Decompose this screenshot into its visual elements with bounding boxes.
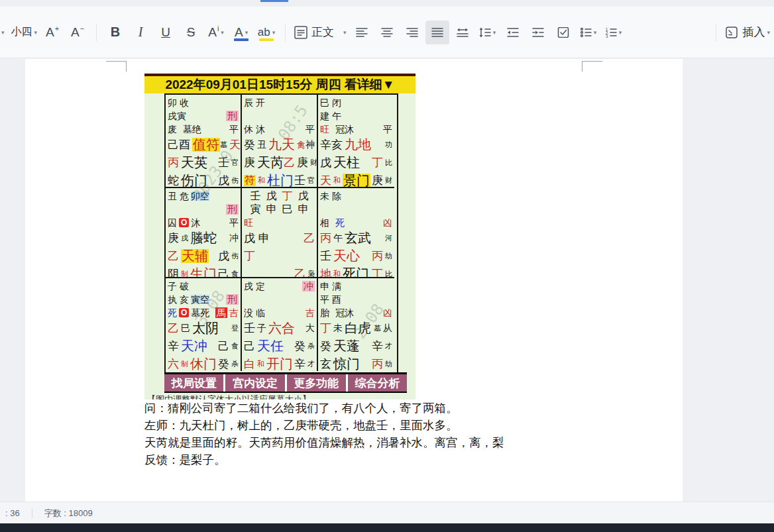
decrease-indent-icon xyxy=(507,27,519,38)
qimen-text: 庚 xyxy=(168,233,179,244)
qimen-text: 天芮 xyxy=(257,156,284,170)
qimen-text: 平 xyxy=(305,125,315,134)
qimen-text: 比 xyxy=(385,159,392,167)
document-page[interactable]: 2022年09月01日15时15分 周四 看详细▼ 卯 收戌寅刑废墓绝平己酉值符… xyxy=(25,59,683,502)
decrease-font-button[interactable]: A− xyxy=(66,21,89,44)
qimen-text: 冲 xyxy=(302,281,315,292)
qimen-text: 己 xyxy=(218,341,229,352)
qimen-cell-bottom-left: 子 破执 亥寅空刑死O墓死馬吉乙巳太阴登辛天冲己食六制休门癸杀 xyxy=(166,278,242,371)
align-left-button[interactable] xyxy=(350,21,374,44)
qimen-text: 螣蛇 xyxy=(190,231,217,245)
character-spacing-button[interactable] xyxy=(451,21,474,44)
qimen-text: 乙 xyxy=(168,250,179,262)
qimen-text: 景门 xyxy=(343,174,370,187)
qimen-text: 丙 xyxy=(320,233,331,244)
underline-button[interactable]: U xyxy=(154,21,178,44)
increase-indent-button[interactable] xyxy=(526,21,550,44)
qimen-text: 胎 xyxy=(320,308,329,318)
qimen-text: 休 沐 xyxy=(244,125,265,134)
qimen-footer-hint: 【图中调整默认字体大小以适应屏幕大小】 xyxy=(147,394,412,399)
qimen-text: 壬 xyxy=(320,250,331,262)
line-spacing-dropdown[interactable]: ▾ xyxy=(476,21,500,44)
qimen-text: 寅 xyxy=(250,204,261,215)
qimen-datetime-title: 2022年09月01日15时15分 周四 看详细▼ xyxy=(144,74,415,93)
qimen-button-bar: 找局设置宫内设定更多功能综合分析 xyxy=(164,372,407,393)
qimen-text: 冠沐 xyxy=(335,308,354,318)
align-left-icon xyxy=(356,27,368,38)
font-color-button[interactable]: A▾ xyxy=(229,21,253,44)
qimen-text: 伤 xyxy=(231,177,239,185)
strikethrough-button[interactable]: S xyxy=(179,21,203,44)
qimen-text: 巳 闭 xyxy=(320,98,341,108)
bullet-list-dropdown[interactable]: ▾ xyxy=(577,21,600,44)
italic-button[interactable]: I xyxy=(129,21,152,44)
bold-button[interactable]: B xyxy=(103,21,127,44)
text-line[interactable]: 天芮就是里面的籽。天芮药用价值清燥解热，消暑补水。离宫，离，梨 xyxy=(144,434,569,451)
ai-assistant-button[interactable]: Ai▾ xyxy=(204,21,228,44)
document-text[interactable]: 问：猜刚公司寄了二箱什么给我们了，有八个人，寄了两箱。 左师：九天杜门，树上的，… xyxy=(144,399,569,468)
top-strip xyxy=(0,0,774,7)
font-size-dropdown[interactable]: 小四▾ xyxy=(9,21,40,44)
qimen-text: 六 xyxy=(168,358,179,370)
align-right-icon xyxy=(406,27,418,38)
qimen-text: 吉 xyxy=(305,308,315,318)
word-count[interactable]: 字数 : 18009 xyxy=(44,507,93,519)
app-window: ▾ 小四▾ A+ A− B I U S Ai▾ A▾ ab▾ 正文 ▾ ▾ ▾ … xyxy=(0,0,774,532)
paragraph-style-dropdown[interactable]: 正文 ▾ xyxy=(292,21,349,44)
formatting-toolbar: ▾ 小四▾ A+ A− B I U S Ai▾ A▾ ab▾ 正文 ▾ ▾ ▾ … xyxy=(0,7,774,58)
justify-button[interactable] xyxy=(425,21,449,44)
qimen-text: O xyxy=(179,308,189,318)
chevron-down-icon: ▾ xyxy=(221,29,224,36)
qimen-text: 戊 申 xyxy=(244,233,270,244)
qimen-text: 禽 xyxy=(297,140,305,150)
qimen-chart-image[interactable]: 2022年09月01日15时15分 周四 看详细▼ 卯 收戌寅刑废墓绝平己酉值符… xyxy=(144,74,415,399)
qimen-text: 凶 xyxy=(383,218,392,228)
qimen-text: 死 xyxy=(335,218,345,228)
qimen-text: 申 xyxy=(298,204,309,215)
highlight-color-button[interactable]: ab▾ xyxy=(254,21,278,44)
line-spacing-icon xyxy=(479,27,491,38)
qimen-text: 乙 xyxy=(168,323,179,335)
qimen-text: 登 xyxy=(231,325,239,333)
qimen-text: 癸 xyxy=(218,358,229,370)
qimen-text: 卯 收 xyxy=(168,98,189,108)
qimen-text: 大 xyxy=(305,323,315,333)
qimen-text: 戊 xyxy=(218,175,229,187)
align-right-button[interactable] xyxy=(400,21,424,44)
qimen-text: 己 xyxy=(218,268,229,278)
bullet-list-icon xyxy=(580,27,592,38)
chevron-down-icon: ▾ xyxy=(272,29,276,36)
numbered-list-dropdown[interactable]: 123▾ xyxy=(602,21,626,44)
qimen-text: 墓 xyxy=(220,141,227,149)
text-line[interactable]: 反馈：是梨子。 xyxy=(144,451,569,468)
insert-icon xyxy=(725,26,738,39)
character-spacing-icon xyxy=(457,27,469,38)
chevron-down-icon: ▾ xyxy=(767,29,770,36)
qimen-text: 九天 xyxy=(268,138,295,152)
chevron-down-icon: ▾ xyxy=(594,29,597,36)
qimen-text: 乙 xyxy=(304,233,315,244)
increase-font-button[interactable]: A+ xyxy=(40,21,64,44)
checkbox-list-button[interactable] xyxy=(551,21,575,44)
qimen-text: 刑 xyxy=(226,204,239,215)
insert-button[interactable]: 插入 ▾ xyxy=(723,21,772,44)
status-divider xyxy=(32,509,32,518)
qimen-cell-middle-left: 丑 危卯空刑囚O沐平庚戌螣蛇冲乙天辅戊伤阴制生门己食 xyxy=(166,188,242,278)
qimen-text: 制 xyxy=(181,360,188,368)
qimen-cell-top-middle: 辰 开休 沐平癸丑九天禽神庚天芮乙庚财符和杜门壬官 xyxy=(242,95,318,188)
qimen-text: 壬 xyxy=(244,323,255,335)
qimen-text: 废 xyxy=(168,125,177,134)
qimen-text: 乙 xyxy=(284,157,295,169)
text-line[interactable]: 问：猜刚公司寄了二箱什么给我们了，有八个人，寄了两箱。 xyxy=(144,399,569,417)
qimen-text: 蛇 xyxy=(168,175,179,187)
align-center-button[interactable] xyxy=(375,21,399,44)
qimen-text: 辛 xyxy=(372,341,383,352)
decrease-indent-button[interactable] xyxy=(501,21,525,44)
text-line[interactable]: 左师：九天杜门，树上的，乙庚带硬壳，地盘壬，里面水多。 xyxy=(144,417,569,434)
qimen-text: 杀 xyxy=(231,360,239,368)
font-name-dropdown-caret[interactable]: ▾ xyxy=(1,29,5,36)
qimen-text: 死 xyxy=(168,308,177,318)
qimen-text: 己酉 xyxy=(168,139,190,151)
qimen-text: 太阴 xyxy=(192,321,219,335)
qimen-text: 食 xyxy=(231,270,239,278)
